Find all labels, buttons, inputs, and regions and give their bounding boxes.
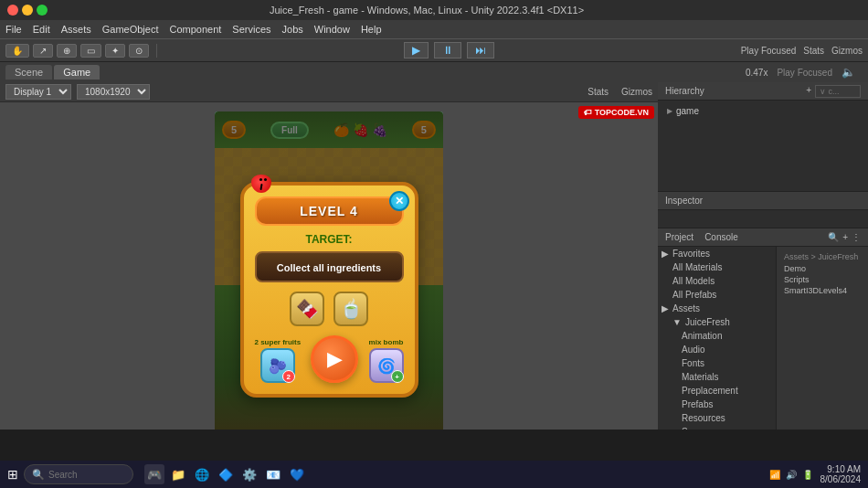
project-file-demo[interactable]: Demo: [780, 263, 864, 274]
project-file-scripts[interactable]: Scripts: [780, 274, 864, 285]
menu-jobs[interactable]: Jobs: [282, 24, 303, 35]
topcode-logo-text: 🏷 TOPCODE.VN: [584, 108, 649, 117]
all-prefabs-item[interactable]: All Prefabs: [658, 288, 776, 302]
taskbar-icon-vscode[interactable]: 💙: [287, 464, 307, 484]
hierarchy-add-btn[interactable]: +: [806, 85, 811, 98]
scale-label: 0.47x: [746, 68, 767, 78]
maximize-window-btn[interactable]: [37, 5, 48, 16]
juicefresh-folder[interactable]: ▼ JuiceFresh: [658, 315, 776, 329]
mix-bomb-label: mix bomb: [369, 338, 404, 346]
materials-folder[interactable]: Materials: [658, 370, 776, 384]
preplacement-folder[interactable]: Preplacement: [658, 384, 776, 398]
assets-folder[interactable]: ▶ Assets: [658, 302, 776, 315]
hierarchy-item-game[interactable]: ▶ game: [663, 104, 863, 118]
start-button[interactable]: ⊞: [7, 467, 18, 482]
scene-view: 5 Full 🍊 🍓 🍇 5: [0, 102, 658, 430]
menu-file[interactable]: File: [5, 24, 22, 35]
gizmos-label[interactable]: Gizmos: [831, 46, 863, 56]
juicefresh-label: JuiceFresh: [685, 317, 730, 327]
menu-component[interactable]: Component: [169, 24, 221, 35]
audio-label: Audio: [682, 345, 705, 355]
search-icon: 🔍: [32, 469, 45, 481]
minimize-window-btn[interactable]: [22, 5, 33, 16]
resources-folder[interactable]: Resources: [658, 411, 776, 425]
taskbar-icon-mail[interactable]: 📧: [263, 464, 283, 484]
favorites-folder[interactable]: ▶ Favorites: [658, 247, 776, 260]
tray-volume-icon[interactable]: 🔊: [786, 470, 797, 480]
scene-resolution-select[interactable]: 1080x1920: [77, 84, 150, 100]
close-window-btn[interactable]: [7, 5, 18, 16]
audio-folder[interactable]: Audio: [658, 343, 776, 356]
target-label: TARGET:: [255, 233, 404, 246]
assets-label: Assets: [672, 303, 700, 313]
clock-display[interactable]: 9:10 AM 8/06/2024: [820, 464, 862, 484]
all-materials-item[interactable]: All Materials: [658, 260, 776, 274]
taskbar-search-input[interactable]: [48, 470, 122, 480]
toolbar-move-btn[interactable]: ✋: [5, 44, 29, 58]
popup-bottom-row: 2 super fruits 🫐 2 ▶: [255, 335, 404, 383]
play-button[interactable]: ▶: [404, 42, 429, 58]
window-title: Juice_Fresh - game - Windows, Mac, Linux…: [48, 5, 806, 16]
stats-label[interactable]: Stats: [803, 46, 824, 56]
taskbar-icon-unity[interactable]: 🎮: [144, 464, 164, 484]
mix-bomb-icon[interactable]: 🌀 +: [369, 348, 404, 383]
tray-wifi-icon[interactable]: 📶: [769, 470, 780, 480]
menu-services[interactable]: Services: [232, 24, 270, 35]
menu-gameobject[interactable]: GameObject: [102, 24, 159, 35]
assets-arrow: ▶: [662, 303, 669, 313]
fonts-folder[interactable]: Fonts: [658, 356, 776, 370]
toolbar-rotate-btn[interactable]: ↗: [33, 44, 53, 58]
gizmos-toolbar-label[interactable]: Gizmos: [621, 87, 652, 97]
toolbar-custom-btn[interactable]: ⊙: [129, 44, 149, 58]
taskbar-search-box[interactable]: 🔍: [24, 464, 133, 484]
ingredient-2-emoji: 🍵: [340, 298, 363, 320]
window-controls[interactable]: [7, 5, 48, 16]
hierarchy-search[interactable]: [815, 85, 861, 98]
play-triangle-icon: ▶: [327, 347, 343, 371]
project-search-icon[interactable]: 🔍: [828, 232, 839, 242]
toolbar-rect-btn[interactable]: ▭: [80, 44, 101, 58]
start-icon: ⊞: [7, 467, 18, 482]
prefabs-folder[interactable]: Prefabs: [658, 398, 776, 411]
super-fruits-icon[interactable]: 🫐 2: [260, 348, 295, 383]
stats-toolbar-label[interactable]: Stats: [587, 87, 609, 97]
tray-battery-icon[interactable]: 🔋: [802, 470, 813, 480]
popup-play-button[interactable]: ▶: [311, 335, 358, 383]
step-button[interactable]: ⏭: [467, 42, 494, 58]
popup-close-button[interactable]: ✕: [389, 191, 409, 211]
ladybug-decoration: [251, 175, 271, 193]
taskbar-icon-explorer[interactable]: 📁: [168, 464, 188, 484]
menu-window[interactable]: Window: [314, 24, 350, 35]
taskbar-icon-settings[interactable]: ⚙️: [239, 464, 259, 484]
taskbar-icon-edge[interactable]: 🔷: [216, 464, 236, 484]
tab-scene[interactable]: Scene: [5, 65, 52, 80]
mix-bomb-button[interactable]: mix bomb 🌀 +: [369, 338, 404, 383]
scenes-folder[interactable]: Scenes: [658, 425, 776, 430]
toolbar-left-group: ✋ ↗ ⊕ ▭ ✦ ⊙: [5, 44, 157, 58]
super-fruits-button[interactable]: 2 super fruits 🫐 2: [255, 338, 302, 383]
favorites-label: Favorites: [672, 249, 710, 259]
menu-edit[interactable]: Edit: [33, 24, 50, 35]
console-title[interactable]: Console: [704, 232, 738, 242]
pause-button[interactable]: ⏸: [434, 42, 461, 58]
inspector-header: Inspector: [658, 192, 868, 210]
menu-assets[interactable]: Assets: [61, 24, 91, 35]
toolbar-scale-btn[interactable]: ⊕: [57, 44, 77, 58]
menu-bar: File Edit Assets GameObject Component Se…: [0, 20, 868, 38]
scene-display-select[interactable]: Display 1: [5, 84, 71, 100]
game-arrow-icon: ▶: [667, 107, 672, 115]
toolbar-transform-btn[interactable]: ✦: [105, 44, 125, 58]
project-add-btn[interactable]: +: [842, 232, 848, 242]
project-options-btn[interactable]: ⋮: [852, 232, 861, 242]
project-file-smartlevels[interactable]: SmartI3DLevels4: [780, 285, 864, 296]
animation-folder[interactable]: Animation: [658, 329, 776, 343]
inspector-panel: Inspector: [658, 192, 868, 228]
preplacement-label: Preplacement: [682, 386, 738, 396]
tab-game[interactable]: Game: [54, 65, 100, 80]
level-title-text: LEVEL 4: [300, 204, 358, 218]
resources-label: Resources: [682, 413, 725, 423]
taskbar-icon-chrome[interactable]: 🌐: [192, 464, 212, 484]
menu-help[interactable]: Help: [361, 24, 382, 35]
all-models-item[interactable]: All Models: [658, 274, 776, 288]
project-title[interactable]: Project: [665, 232, 693, 242]
